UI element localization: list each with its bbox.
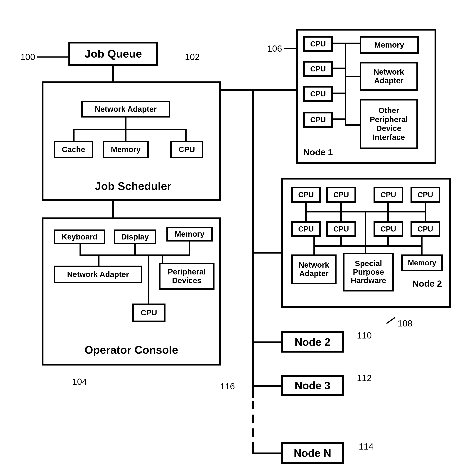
ref-106: 106 [267,43,282,54]
node2-small-label: Node 2 [295,336,330,348]
n2-hbus2 [314,245,423,247]
job-queue-box: Job Queue [68,42,158,66]
n1-network-adapter: Network Adapter [360,62,418,91]
ref-102: 102 [185,52,200,62]
noden-box: Node N [281,442,344,464]
oc-v1 [80,244,81,255]
leader-108 [386,317,395,324]
conn-jq-js [112,66,114,82]
node2-big-box: Node 2 CPU CPU CPU CPU CPU CPU CPU CPU N… [281,178,451,308]
n2-v3 [387,203,389,221]
ref-100: 100 [20,52,35,62]
oc-peripheral: Peripheral Devices [159,263,215,290]
n2-cpu-8: CPU [411,221,440,237]
conn-bus-n3 [252,385,281,387]
oc-network-adapter: Network Adapter [54,266,142,283]
n1-h4a [333,119,346,120]
n2-cpu-4: CPU [411,187,440,203]
node1-box: Node 1 CPU CPU CPU CPU Memory Network Ad… [296,29,436,164]
conn-js-bus [221,89,254,91]
n2-special: Special Purpose Hardware [343,253,394,291]
n1-cpu-3: CPU [303,86,333,102]
bus-dash-2 [252,415,254,423]
conn-bus-n1 [252,89,296,91]
oc-v2 [134,244,136,255]
node3-label: Node 3 [295,379,330,392]
job-scheduler-box: Job Scheduler Network Adapter Cache Memo… [41,81,221,201]
js-line-v3 [185,129,187,142]
js-line-v [125,118,126,129]
js-cache: Cache [54,141,93,158]
js-line-v2 [125,129,126,142]
n1-h2b [345,76,360,77]
job-scheduler-title: Job Scheduler [85,180,181,193]
n2-cpu-2: CPU [326,187,356,203]
leader-106 [284,48,296,49]
n2-cpu-7: CPU [373,221,403,237]
job-queue-label: Job Queue [84,47,142,60]
n1-h2a [333,68,346,69]
node3-box: Node 3 [281,375,344,396]
n2-cpu-1: CPU [291,187,321,203]
n2-v5 [314,237,315,255]
n1-vbus [345,42,346,126]
js-memory: Memory [103,141,149,158]
oc-v5 [162,255,163,263]
js-line-v1 [73,129,75,142]
bus-dash-3 [252,428,254,437]
diagram-canvas: 100 102 104 106 108 110 112 114 116 Job … [0,0,456,476]
oc-memory: Memory [166,227,213,241]
oc-title: Operator Console [72,343,191,356]
js-cpu: CPU [170,141,203,158]
oc-v3 [189,241,190,255]
n2-v6 [421,237,423,255]
ref-108: 108 [398,318,412,329]
oc-cpu: CPU [132,304,166,322]
oc-h1 [80,255,190,256]
n1-cpu-2: CPU [303,61,333,77]
conn-bus-n2big [252,252,281,254]
conn-bus-n2s [252,341,281,343]
node1-title: Node 1 [303,147,333,157]
n1-h1 [333,42,360,44]
n1-memory: Memory [360,36,419,54]
n2-cpu-5: CPU [291,221,321,237]
n1-h3 [333,93,346,94]
js-network-adapter: Network Adapter [81,101,170,118]
n1-cpu-1: CPU [303,36,333,52]
node2-big-title: Node 2 [412,279,442,289]
ref-112: 112 [357,373,372,383]
n2-v4 [425,203,426,221]
ref-104: 104 [72,377,87,387]
conn-js-oc [112,201,114,218]
operator-console-box: Operator Console Keyboard Display Memory… [41,217,221,366]
oc-keyboard: Keyboard [54,230,105,244]
oc-v6 [148,255,149,304]
bus-dash-1 [252,401,254,409]
n2-v8 [387,237,389,246]
n2-cpu-3: CPU [373,187,403,203]
n2-memory: Memory [401,255,443,271]
n2-v7 [340,237,342,246]
n2-cpu-6: CPU [326,221,356,237]
ref-116: 116 [220,381,235,391]
n2-network-adapter: Network Adapter [291,255,337,284]
noden-label: Node N [294,447,331,459]
ref-110: 110 [357,330,372,340]
n1-h4b [345,124,360,126]
n2-v2 [340,203,342,221]
leader-100 [37,56,68,58]
n1-cpu-4: CPU [303,112,333,128]
oc-display: Display [114,230,156,244]
oc-v4 [98,255,99,266]
n2-v1 [305,203,307,221]
conn-bus-nn [252,452,281,454]
ref-114: 114 [359,441,373,451]
node2-small-box: Node 2 [281,331,344,353]
js-line-h [73,129,187,130]
n1-other: Other Peripheral Device Interface [360,99,418,149]
